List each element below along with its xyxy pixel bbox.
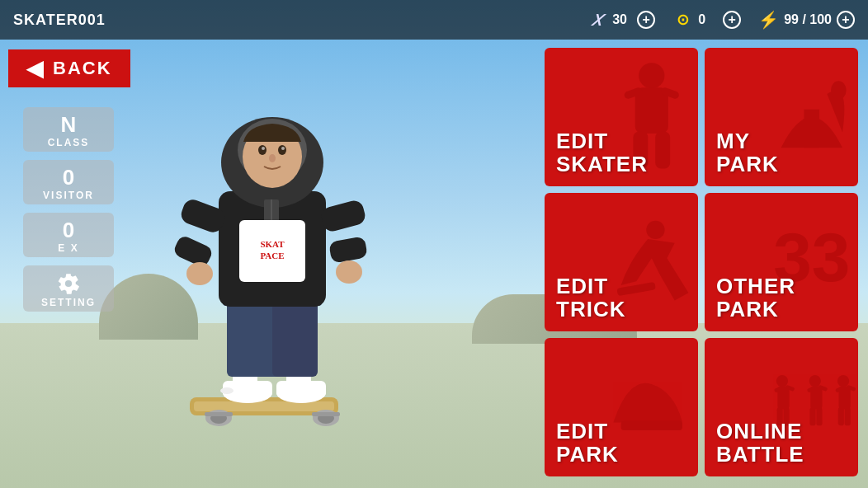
svg-rect-36 (319, 199, 367, 233)
svg-point-10 (220, 387, 234, 394)
svg-rect-37 (328, 236, 368, 263)
left-panel: N CLASS 0 VISITOR 0 E X SETTING (23, 107, 114, 312)
xp-group: 𝘟 30 + (586, 9, 655, 30)
edit-park-silhouette (606, 338, 698, 476)
svg-point-51 (776, 375, 788, 387)
svg-point-26 (281, 147, 285, 150)
back-button[interactable]: ◀ BACK (8, 49, 130, 87)
svg-rect-50 (621, 421, 682, 430)
other-park-button[interactable]: 33 OTHERPARK (705, 193, 858, 331)
edit-trick-label: EDITTRICK (556, 274, 625, 321)
svg-rect-34 (172, 234, 215, 269)
online-battle-button[interactable]: ONLINEBATTLE (705, 338, 858, 476)
visitor-label: VISITOR (43, 190, 94, 201)
visitor-value: 0 (63, 167, 74, 188)
svg-rect-7 (312, 412, 340, 416)
class-value: N (61, 114, 77, 135)
top-bar: SKATER001 𝘟 30 + ⊙ 0 + ⚡ 99 / 100 + (0, 0, 868, 40)
ex-label: E X (58, 242, 78, 254)
svg-rect-45 (804, 110, 820, 148)
coin-group: ⊙ 0 + (672, 9, 741, 30)
my-park-label: MYPARK (716, 129, 779, 176)
class-stat-box: N CLASS (23, 107, 114, 152)
edit-trick-button[interactable]: EDITTRICK (545, 193, 698, 331)
back-arrow-icon: ◀ (26, 58, 45, 79)
svg-point-27 (269, 154, 276, 162)
xp-add-button[interactable]: + (637, 11, 655, 29)
svg-rect-68 (845, 407, 851, 425)
svg-rect-16 (227, 298, 272, 377)
svg-point-47 (647, 221, 665, 239)
character-model: SKAT PACE (140, 68, 404, 455)
svg-point-35 (186, 262, 213, 285)
xp-value: 30 (612, 12, 632, 27)
my-park-silhouette (766, 48, 858, 186)
svg-text:PACE: PACE (260, 251, 284, 260)
xp-icon: 𝘟 (586, 9, 607, 30)
visitor-stat-box: 0 VISITOR (23, 160, 114, 204)
svg-rect-6 (205, 412, 233, 416)
other-park-label: OTHERPARK (716, 274, 795, 321)
svg-rect-1 (194, 401, 334, 411)
svg-point-39 (639, 63, 665, 88)
svg-point-24 (278, 145, 286, 155)
class-label: CLASS (48, 137, 90, 148)
setting-label: SETTING (41, 297, 96, 308)
svg-point-63 (837, 375, 849, 387)
edit-park-button[interactable]: EDITPARK (545, 338, 698, 476)
back-label: BACK (53, 58, 112, 79)
svg-text:SKAT: SKAT (260, 239, 285, 249)
svg-rect-44 (656, 132, 671, 169)
edit-skater-button[interactable]: EDITSKATER (545, 48, 698, 186)
svg-rect-61 (810, 407, 816, 425)
energy-group: ⚡ 99 / 100 + (757, 9, 855, 30)
svg-point-25 (262, 147, 265, 150)
ex-value: 0 (63, 219, 74, 241)
svg-rect-62 (817, 407, 823, 425)
energy-value: 99 / 100 (784, 12, 832, 27)
coin-add-button[interactable]: + (723, 11, 741, 29)
edit-park-label: EDITPARK (556, 420, 619, 467)
character-area: SKAT PACE (132, 59, 413, 455)
ex-stat-box: 0 E X (23, 213, 114, 257)
gear-icon (57, 272, 80, 295)
svg-point-46 (831, 81, 847, 99)
player-name: SKATER001 (13, 12, 569, 29)
svg-rect-67 (838, 407, 844, 425)
edit-skater-label: EDITSKATER (556, 129, 648, 176)
svg-point-23 (258, 145, 267, 155)
my-park-button[interactable]: MYPARK (705, 48, 858, 186)
coin-icon: ⊙ (672, 9, 693, 30)
menu-grid: EDITSKATER MYPARK EDITTRICK 33 (545, 48, 858, 476)
svg-point-38 (336, 260, 362, 284)
coin-value: 0 (698, 12, 718, 27)
energy-icon: ⚡ (757, 9, 779, 30)
svg-rect-17 (272, 298, 318, 377)
energy-add-button[interactable]: + (837, 11, 855, 29)
svg-point-57 (809, 375, 821, 387)
online-battle-label: ONLINEBATTLE (716, 420, 804, 467)
setting-button[interactable]: SETTING (23, 265, 114, 312)
